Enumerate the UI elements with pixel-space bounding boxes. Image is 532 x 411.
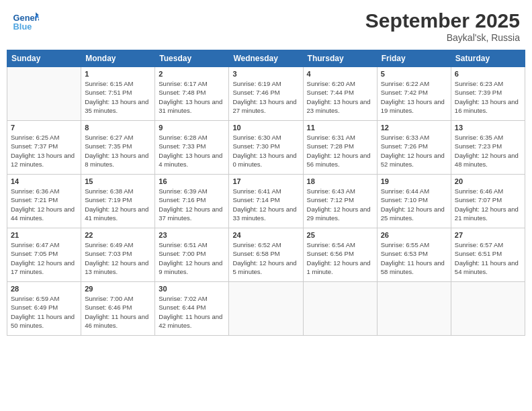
- day-number: 15: [85, 177, 151, 185]
- day-number: 27: [455, 231, 521, 239]
- calendar-cell: 26Sunrise: 6:55 AMSunset: 6:53 PMDayligh…: [377, 228, 451, 282]
- day-detail: Sunrise: 6:30 AMSunset: 7:30 PMDaylight:…: [232, 133, 299, 169]
- day-number: 25: [307, 231, 373, 239]
- day-detail: Sunrise: 6:19 AMSunset: 7:46 PMDaylight:…: [232, 79, 299, 115]
- calendar-cell: [451, 282, 525, 336]
- day-number: 11: [307, 124, 373, 132]
- calendar-week-row: 7Sunrise: 6:25 AMSunset: 7:37 PMDaylight…: [7, 121, 525, 175]
- day-detail: Sunrise: 6:28 AMSunset: 7:33 PMDaylight:…: [159, 133, 225, 169]
- day-detail: Sunrise: 6:46 AMSunset: 7:07 PMDaylight:…: [455, 187, 521, 222]
- calendar-cell: 10Sunrise: 6:30 AMSunset: 7:30 PMDayligh…: [229, 121, 303, 175]
- day-number: 9: [159, 124, 225, 132]
- weekday-header: Wednesday: [229, 50, 303, 67]
- calendar-cell: 13Sunrise: 6:35 AMSunset: 7:23 PMDayligh…: [451, 121, 525, 175]
- calendar-cell: 23Sunrise: 6:51 AMSunset: 7:00 PMDayligh…: [155, 228, 229, 282]
- day-detail: Sunrise: 6:36 AMSunset: 7:21 PMDaylight:…: [11, 187, 77, 222]
- day-number: 24: [232, 231, 299, 239]
- day-number: 5: [381, 70, 447, 78]
- month-year-title: September 2025: [365, 9, 520, 32]
- calendar-cell: [229, 282, 303, 336]
- calendar-cell: 4Sunrise: 6:20 AMSunset: 7:44 PMDaylight…: [303, 67, 377, 121]
- calendar-cell: 18Sunrise: 6:43 AMSunset: 7:12 PMDayligh…: [303, 175, 377, 228]
- calendar-week-row: 1Sunrise: 6:15 AMSunset: 7:51 PMDaylight…: [7, 67, 525, 121]
- day-number: 10: [232, 124, 299, 132]
- weekday-header-row: SundayMondayTuesdayWednesdayThursdayFrid…: [7, 50, 525, 67]
- day-detail: Sunrise: 6:54 AMSunset: 6:56 PMDaylight:…: [307, 240, 373, 276]
- day-detail: Sunrise: 6:22 AMSunset: 7:42 PMDaylight:…: [381, 79, 447, 115]
- calendar-cell: [377, 282, 451, 336]
- day-detail: Sunrise: 7:00 AMSunset: 6:46 PMDaylight:…: [85, 294, 151, 330]
- day-detail: Sunrise: 6:44 AMSunset: 7:10 PMDaylight:…: [381, 187, 447, 222]
- calendar-cell: 27Sunrise: 6:57 AMSunset: 6:51 PMDayligh…: [451, 228, 525, 282]
- day-number: 18: [307, 177, 373, 185]
- day-detail: Sunrise: 6:35 AMSunset: 7:23 PMDaylight:…: [455, 133, 521, 169]
- calendar-cell: 15Sunrise: 6:38 AMSunset: 7:19 PMDayligh…: [81, 175, 155, 228]
- calendar-week-row: 21Sunrise: 6:47 AMSunset: 7:05 PMDayligh…: [7, 228, 525, 282]
- day-number: 16: [159, 177, 225, 185]
- calendar-week-row: 14Sunrise: 6:36 AMSunset: 7:21 PMDayligh…: [7, 175, 525, 228]
- day-number: 21: [11, 231, 77, 239]
- calendar-cell: 20Sunrise: 6:46 AMSunset: 7:07 PMDayligh…: [451, 175, 525, 228]
- day-detail: Sunrise: 6:59 AMSunset: 6:49 PMDaylight:…: [11, 294, 77, 330]
- calendar-cell: 21Sunrise: 6:47 AMSunset: 7:05 PMDayligh…: [7, 228, 81, 282]
- title-block: September 2025 Baykal'sk, Russia: [365, 9, 520, 43]
- day-detail: Sunrise: 6:25 AMSunset: 7:37 PMDaylight:…: [11, 133, 77, 169]
- day-detail: Sunrise: 6:27 AMSunset: 7:35 PMDaylight:…: [85, 133, 151, 169]
- calendar-cell: 19Sunrise: 6:44 AMSunset: 7:10 PMDayligh…: [377, 175, 451, 228]
- day-detail: Sunrise: 6:41 AMSunset: 7:14 PMDaylight:…: [232, 187, 299, 222]
- day-detail: Sunrise: 6:52 AMSunset: 6:58 PMDaylight:…: [232, 240, 299, 276]
- calendar-cell: 29Sunrise: 7:00 AMSunset: 6:46 PMDayligh…: [81, 282, 155, 336]
- day-number: 1: [85, 70, 151, 78]
- weekday-header: Saturday: [451, 50, 525, 67]
- day-number: 7: [11, 124, 77, 132]
- calendar-cell: 5Sunrise: 6:22 AMSunset: 7:42 PMDaylight…: [377, 67, 451, 121]
- day-number: 2: [159, 70, 225, 78]
- calendar-cell: 2Sunrise: 6:17 AMSunset: 7:48 PMDaylight…: [155, 67, 229, 121]
- day-number: 12: [381, 124, 447, 132]
- day-detail: Sunrise: 6:23 AMSunset: 7:39 PMDaylight:…: [455, 79, 521, 115]
- day-detail: Sunrise: 6:51 AMSunset: 7:00 PMDaylight:…: [159, 240, 225, 276]
- day-number: 29: [85, 285, 151, 293]
- day-number: 3: [232, 70, 299, 78]
- day-number: 14: [11, 177, 77, 185]
- day-number: 8: [85, 124, 151, 132]
- day-detail: Sunrise: 6:47 AMSunset: 7:05 PMDaylight:…: [11, 240, 77, 276]
- calendar-cell: [7, 67, 81, 121]
- page-header: General Blue September 2025 Baykal'sk, R…: [7, 7, 525, 46]
- calendar-cell: 24Sunrise: 6:52 AMSunset: 6:58 PMDayligh…: [229, 228, 303, 282]
- calendar-week-row: 28Sunrise: 6:59 AMSunset: 6:49 PMDayligh…: [7, 282, 525, 336]
- calendar-cell: 12Sunrise: 6:33 AMSunset: 7:26 PMDayligh…: [377, 121, 451, 175]
- calendar-cell: 3Sunrise: 6:19 AMSunset: 7:46 PMDaylight…: [229, 67, 303, 121]
- calendar-cell: 14Sunrise: 6:36 AMSunset: 7:21 PMDayligh…: [7, 175, 81, 228]
- weekday-header: Friday: [377, 50, 451, 67]
- day-number: 6: [455, 70, 521, 78]
- weekday-header: Monday: [81, 50, 155, 67]
- calendar-cell: 9Sunrise: 6:28 AMSunset: 7:33 PMDaylight…: [155, 121, 229, 175]
- day-detail: Sunrise: 6:17 AMSunset: 7:48 PMDaylight:…: [159, 79, 225, 115]
- calendar-cell: 28Sunrise: 6:59 AMSunset: 6:49 PMDayligh…: [7, 282, 81, 336]
- day-detail: Sunrise: 6:15 AMSunset: 7:51 PMDaylight:…: [85, 79, 151, 115]
- weekday-header: Sunday: [7, 50, 81, 67]
- day-detail: Sunrise: 6:38 AMSunset: 7:19 PMDaylight:…: [85, 187, 151, 222]
- day-detail: Sunrise: 6:49 AMSunset: 7:03 PMDaylight:…: [85, 240, 151, 276]
- day-number: 30: [159, 285, 225, 293]
- day-number: 20: [455, 177, 521, 185]
- calendar-cell: 8Sunrise: 6:27 AMSunset: 7:35 PMDaylight…: [81, 121, 155, 175]
- day-detail: Sunrise: 6:20 AMSunset: 7:44 PMDaylight:…: [307, 79, 373, 115]
- day-number: 19: [381, 177, 447, 185]
- calendar-cell: 6Sunrise: 6:23 AMSunset: 7:39 PMDaylight…: [451, 67, 525, 121]
- location-subtitle: Baykal'sk, Russia: [365, 32, 520, 43]
- day-detail: Sunrise: 6:55 AMSunset: 6:53 PMDaylight:…: [381, 240, 447, 276]
- calendar-table: SundayMondayTuesdayWednesdayThursdayFrid…: [7, 50, 525, 336]
- calendar-cell: 25Sunrise: 6:54 AMSunset: 6:56 PMDayligh…: [303, 228, 377, 282]
- day-number: 26: [381, 231, 447, 239]
- calendar-cell: [303, 282, 377, 336]
- calendar-cell: 17Sunrise: 6:41 AMSunset: 7:14 PMDayligh…: [229, 175, 303, 228]
- calendar-cell: 30Sunrise: 7:02 AMSunset: 6:44 PMDayligh…: [155, 282, 229, 336]
- day-detail: Sunrise: 6:33 AMSunset: 7:26 PMDaylight:…: [381, 133, 447, 169]
- weekday-header: Tuesday: [155, 50, 229, 67]
- day-detail: Sunrise: 6:43 AMSunset: 7:12 PMDaylight:…: [307, 187, 373, 222]
- day-number: 4: [307, 70, 373, 78]
- calendar-cell: 7Sunrise: 6:25 AMSunset: 7:37 PMDaylight…: [7, 121, 81, 175]
- day-detail: Sunrise: 6:57 AMSunset: 6:51 PMDaylight:…: [455, 240, 521, 276]
